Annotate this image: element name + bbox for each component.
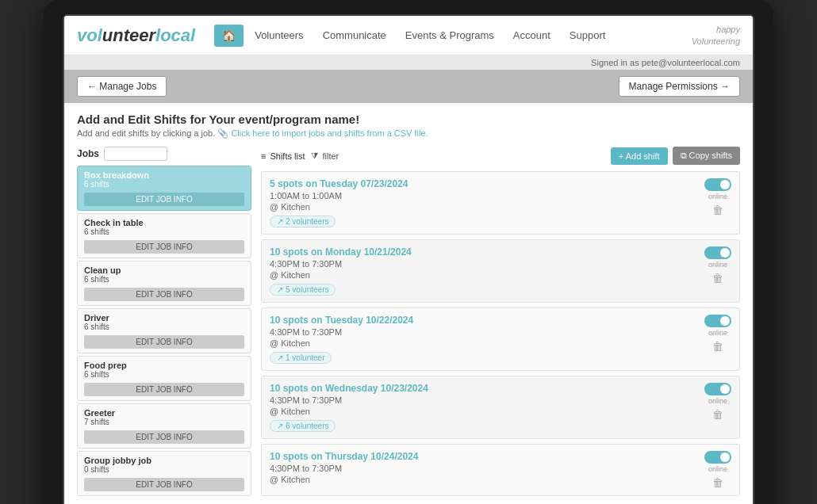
shift-toggle-0[interactable] [704, 178, 731, 191]
job-name-5: Greeter [84, 408, 244, 418]
shift-info-4: 10 spots on Thursday 10/24/2024 4:30PM t… [270, 451, 696, 486]
job-edit-btn-0[interactable]: EDIT JOB INFO [84, 193, 244, 206]
job-edit-btn-2[interactable]: EDIT JOB INFO [84, 288, 244, 301]
shift-location-1: @ Kitchen [270, 270, 696, 280]
add-shift-button[interactable]: + Add shift [611, 147, 668, 165]
top-nav: volunteerlocal 🏠 Volunteers Communicate … [64, 16, 753, 55]
job-shifts-1: 6 shifts [84, 227, 244, 236]
shift-controls-2: online 🗑 [704, 315, 731, 353]
shift-controls-4: online 🗑 [704, 451, 731, 489]
filter-label: filter [322, 151, 339, 161]
job-item-6[interactable]: Group jobby job 0 shifts EDIT JOB INFO [77, 451, 251, 496]
filter-button[interactable]: filter [311, 151, 339, 161]
job-edit-btn-3[interactable]: EDIT JOB INFO [84, 335, 244, 349]
shift-title-1: 10 spots on Monday 10/21/2024 [270, 246, 696, 258]
shift-delete-1[interactable]: 🗑 [712, 272, 723, 284]
page-content: Add and Edit Shifts for Your event/progr… [64, 103, 753, 504]
shifts-toolbar-left: Shifts list filter [261, 151, 339, 161]
page-subtitle-text: Add and edit shifts by clicking a job. [77, 128, 215, 138]
shifts-list-button[interactable]: Shifts list [261, 151, 305, 161]
job-item-5[interactable]: Greeter 7 shifts EDIT JOB INFO [77, 403, 251, 449]
shift-title-0: 5 spots on Tuesday 07/23/2024 [270, 178, 696, 189]
shift-time-0: 1:00AM to 1:00AM [270, 191, 696, 200]
jobs-label: Jobs [77, 148, 99, 159]
shift-toggle-1[interactable] [704, 246, 731, 259]
shift-volunteers-2[interactable]: ↗ 1 volunteer [270, 352, 332, 364]
shift-card-3: 10 spots on Wednesday 10/23/2024 4:30PM … [261, 376, 740, 439]
page-subtitle: Add and edit shifts by clicking a job. 📎… [77, 128, 740, 139]
job-name-2: Clean up [84, 265, 244, 275]
volunteers-icon-0: ↗ [277, 217, 283, 226]
job-shifts-6: 0 shifts [84, 465, 244, 474]
manage-permissions-button[interactable]: Manage Permissions → [619, 76, 740, 97]
shift-title-2: 10 spots on Tuesday 10/22/2024 [270, 315, 696, 326]
logo: volunteerlocal [77, 25, 195, 46]
toggle-label-2: online [708, 329, 727, 337]
job-item-1[interactable]: Check in table 6 shifts EDIT JOB INFO [77, 213, 251, 258]
shift-location-2: @ Kitchen [270, 338, 696, 348]
page-title: Add and Edit Shifts for Your event/progr… [77, 113, 740, 126]
job-edit-btn-4[interactable]: EDIT JOB INFO [84, 383, 244, 396]
job-name-6: Group jobby job [84, 456, 244, 465]
shifts-list-label: Shifts list [270, 151, 305, 161]
shift-controls-0: online 🗑 [704, 178, 731, 216]
manage-jobs-button[interactable]: ← Manage Jobs [77, 76, 167, 97]
nav-communicate[interactable]: Communicate [315, 25, 394, 46]
shift-time-3: 4:30PM to 7:30PM [270, 395, 696, 405]
shift-time-2: 4:30PM to 7:30PM [270, 327, 696, 337]
nav-home-button[interactable]: 🏠 [214, 25, 244, 47]
nav-events-programs[interactable]: Events & Programs [397, 25, 502, 46]
logo-vol: vol [77, 25, 102, 46]
job-edit-btn-1[interactable]: EDIT JOB INFO [84, 240, 244, 254]
shift-location-4: @ Kitchen [270, 475, 696, 484]
job-edit-btn-5[interactable]: EDIT JOB INFO [84, 430, 244, 444]
toggle-wrapper-2: online [704, 315, 731, 337]
filter-icon [311, 151, 320, 161]
import-csv-link[interactable]: Click here to import jobs and shifts fro… [231, 128, 428, 138]
shift-card-0: 5 spots on Tuesday 07/23/2024 1:00AM to … [261, 171, 740, 235]
jobs-header: Jobs [77, 147, 251, 161]
nav-support[interactable]: Support [562, 25, 614, 46]
home-icon: 🏠 [222, 29, 236, 42]
shift-volunteers-3[interactable]: ↗ 6 volunteers [270, 420, 336, 432]
volunteers-icon-3: ↗ [277, 422, 283, 430]
toggle-wrapper-3: online [704, 383, 731, 405]
shifts-toolbar-right: + Add shift ⧉ Copy shifts [611, 147, 740, 165]
job-edit-btn-6[interactable]: EDIT JOB INFO [84, 478, 244, 491]
shift-toggle-2[interactable] [704, 315, 731, 327]
nav-account[interactable]: Account [505, 25, 558, 46]
csv-icon: 📎 [217, 128, 231, 138]
job-item-3[interactable]: Driver 6 shifts EDIT JOB INFO [77, 308, 251, 353]
toggle-label-1: online [708, 261, 727, 269]
shift-toggle-3[interactable] [704, 383, 731, 395]
copy-shifts-button[interactable]: ⧉ Copy shifts [673, 147, 740, 165]
job-name-3: Driver [84, 313, 244, 323]
shift-info-0: 5 spots on Tuesday 07/23/2024 1:00AM to … [270, 178, 696, 227]
job-name-0: Box breakdown [84, 170, 244, 180]
shift-location-0: @ Kitchen [270, 202, 696, 212]
shift-toggle-4[interactable] [704, 451, 731, 464]
toggle-label-0: online [708, 193, 727, 200]
job-item-2[interactable]: Clean up 6 shifts EDIT JOB INFO [77, 261, 251, 306]
shift-volunteers-0[interactable]: ↗ 2 volunteers [270, 216, 336, 227]
job-item-0[interactable]: Box breakdown 6 shifts EDIT JOB INFO [77, 166, 251, 211]
shift-delete-2[interactable]: 🗑 [712, 340, 723, 353]
job-name-4: Food prep [84, 361, 244, 370]
logo-local: local [155, 25, 195, 46]
volunteers-icon-2: ↗ [277, 353, 283, 362]
volunteers-count-1: 5 volunteers [286, 285, 328, 294]
shift-delete-3[interactable]: 🗑 [712, 408, 723, 421]
shift-delete-0[interactable]: 🗑 [712, 204, 723, 216]
shift-controls-1: online 🗑 [704, 246, 731, 284]
nav-volunteers[interactable]: Volunteers [247, 25, 311, 46]
job-item-4[interactable]: Food prep 6 shifts EDIT JOB INFO [77, 356, 251, 401]
toggle-label-4: online [708, 465, 727, 473]
shift-volunteers-1[interactable]: ↗ 5 volunteers [270, 284, 336, 296]
jobs-search-input[interactable] [104, 147, 167, 161]
shift-title-3: 10 spots on Wednesday 10/23/2024 [270, 383, 696, 394]
volunteers-count-2: 1 volunteer [286, 353, 324, 362]
shift-delete-4[interactable]: 🗑 [712, 476, 723, 489]
happy-volunteering-logo: happyVolunteering [692, 24, 740, 47]
logo-unteer: unteer [102, 25, 155, 46]
shift-time-1: 4:30PM to 7:30PM [270, 259, 696, 269]
